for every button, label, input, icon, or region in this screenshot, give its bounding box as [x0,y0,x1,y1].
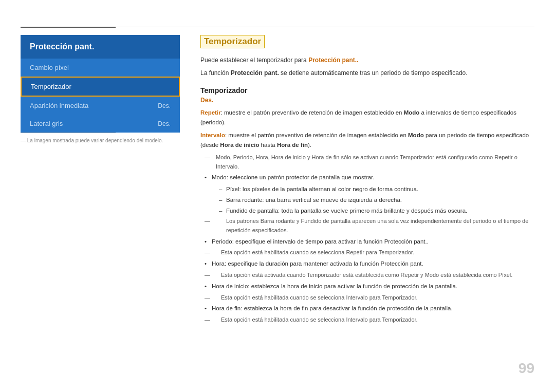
hora-inicio-bullet-label: Hora de inicio [212,283,248,289]
pixel-item: Píxel: los píxeles de la pantalla altern… [200,184,534,194]
modo-bullet-label: Modo [212,174,227,180]
hora-fin-note-text3: . [416,316,418,323]
periodo-bullet-label: Periodo [212,238,232,245]
note-dash-1: Modo, Periodo, Hora, Hora de inicio y Ho… [200,153,534,171]
sidebar-divider [21,133,116,133]
sidebar-item-aparicion[interactable]: Aparición inmediata Des. [21,97,180,115]
note-text1: sólo se activan cuando [339,154,400,160]
modo-bold: Modo [404,109,420,116]
hora-inicio-bold: Hora de inicio [220,142,259,148]
intervalo-text3: hasta [259,142,277,148]
bullet-hora-fin: Hora de fin: establezca la hora de fin p… [200,304,534,313]
hora-note-text2: está establecida como [341,272,401,278]
modo-note: Modo [216,154,230,160]
intervalo-label: Intervalo [200,132,225,138]
sidebar-item-label: Lateral gris [30,120,63,127]
sub-section-title: Temporizador [200,86,534,95]
fundido-item: Fundido de pantalla: toda la pantalla se… [200,206,534,216]
sidebar-item-value: Des. [158,120,171,127]
hora-note-text3: y [419,272,425,278]
hora-note-text5: . [511,272,512,278]
hora-fin-note-text2: para [368,316,382,323]
modo-bullet-text: : seleccione un patrón protector de pant… [227,174,375,180]
temporizador-note4: Temporizador [382,294,416,301]
sidebar-item-label: Aparición inmediata [30,102,88,109]
periodo-bullet-text: : especifique el intervalo de tiempo par… [232,238,384,245]
bullet-hora: Hora: especifique la duración para mante… [200,259,534,269]
temporizador-note5: Temporizador [382,316,416,323]
sidebar-item-label: Cambio píxel [30,64,69,71]
bullet-hora-inicio: Hora de inicio: establezca la hora de in… [200,282,534,291]
barra-label: Barra rodante [226,197,262,203]
modo-note3: Modo [425,272,439,278]
note-sep4: y [306,154,312,160]
hora-fin-bold: Hora de fin [277,142,308,148]
hora-inicio-note: Hora de inicio [271,154,306,160]
intervalo-text4: ). [308,142,311,148]
intervalo-note3: Intervalo [346,316,367,323]
intervalo-text: : muestre el patrón preventivo de retenc… [225,132,408,138]
periodo-note-dash: Esta opción está habilitada cuando se se… [200,248,534,257]
periodo-note-text1: Esta opción está habilitada cuando se se… [221,249,346,255]
periodo-note: Periodo [233,154,253,160]
hora-inicio-note-dash: Esta opción está habilitada cuando se se… [200,293,534,303]
hora-bullet-label: Hora [212,260,225,267]
pixel-text: : los píxeles de la pantalla alternan al… [239,186,418,192]
repetir-note: Repetir [494,154,512,160]
fundido-label: Fundido de pantalla [226,208,278,214]
hora-note: Hora [256,154,268,160]
intro-text-2a: La función [200,69,231,77]
modo-bold2: Modo [408,132,424,138]
note-text4: . [237,163,239,170]
note-text3: o [513,154,517,160]
hora-inicio-note-text1: Esta opción está habilitada cuando se se… [221,294,346,301]
pixel-label: Píxel [226,186,239,192]
top-line-short [21,27,116,28]
bullet-modo: Modo: seleccione un patrón protector de … [200,173,534,182]
main-content: Temporizador Puede establecer el tempori… [200,35,534,326]
section-title: Temporizador [200,35,265,48]
hora-note-dash: Esta opción está activada cuando Tempori… [200,271,534,280]
hora-note-text1: Esta opción está activada cuando [221,272,307,278]
sidebar-item-temporizador[interactable]: Temporizador [21,77,180,97]
repetir-note2: Repetir [346,249,364,255]
intro-text-1: Puede establecer el temporizador para [200,57,308,64]
sidebar-item-lateral[interactable]: Lateral gris Des. [21,115,180,133]
sidebar-item-cambio-pixel[interactable]: Cambio píxel [21,59,180,77]
modo-note-dash: Los patrones Barra rodante y Fundido de … [200,217,534,235]
hora-inicio-note-text2: para [368,294,382,301]
repetir-text: : muestre el patrón preventivo de retenc… [221,109,404,116]
modo-note-text2: y [295,218,301,224]
hora-fin-note-text1: Esta opción está habilitada cuando se se… [221,316,346,323]
intro-para-1: Puede establecer el temporizador para Pr… [200,55,534,65]
sidebar: Protección pant. Cambio píxel Temporizad… [21,35,180,133]
hora-inicio-note-text3: . [416,294,418,301]
intervalo-note: Intervalo [216,163,237,170]
sidebar-item-value: Des. [158,102,171,109]
barra-item: Barra rodante: una barra vertical se mue… [200,195,534,205]
pixel-note: Píxel [498,272,511,278]
hora-fin-note: Hora de fin [312,154,340,160]
barra-text: : una barra vertical se mueve de izquier… [262,197,402,203]
temporizador-note: Temporizador [400,154,434,160]
temporizador-note3: Temporizador [307,272,341,278]
periodo-note-text3: . [413,249,414,255]
intro-bold-1: Protección pant.. [308,57,358,64]
hora-note-text4: está establecida como [439,272,498,278]
intro-bold-2: Protección pant. [231,69,279,77]
hora-fin-bullet-label: Hora de fin [212,305,240,311]
note-text2: está configurado como [434,154,494,160]
des-label: Des. [200,97,534,104]
intro-text-2b: se detiene automáticamente tras un perio… [279,69,468,77]
intervalo-block: Intervalo: muestre el patrón preventivo … [200,130,534,150]
fundido-bold-note: Fundido de pantalla [301,218,351,224]
barra-bold-note: Barra rodante [261,218,295,224]
proteccion-bold: Protección pant.. [384,238,429,245]
fundido-text: : toda la pantalla se vuelve primero más… [278,208,467,214]
bullet-periodo: Periodo: especifique el intervalo de tie… [200,237,534,247]
sidebar-note: ― La imagen mostrada puede variar depend… [21,138,163,143]
repetir-label: Repetir [200,109,221,116]
modo-note-text1: Los patrones [226,218,261,224]
intervalo-note2: Intervalo [346,294,367,301]
sidebar-item-label: Temporizador [31,83,71,90]
